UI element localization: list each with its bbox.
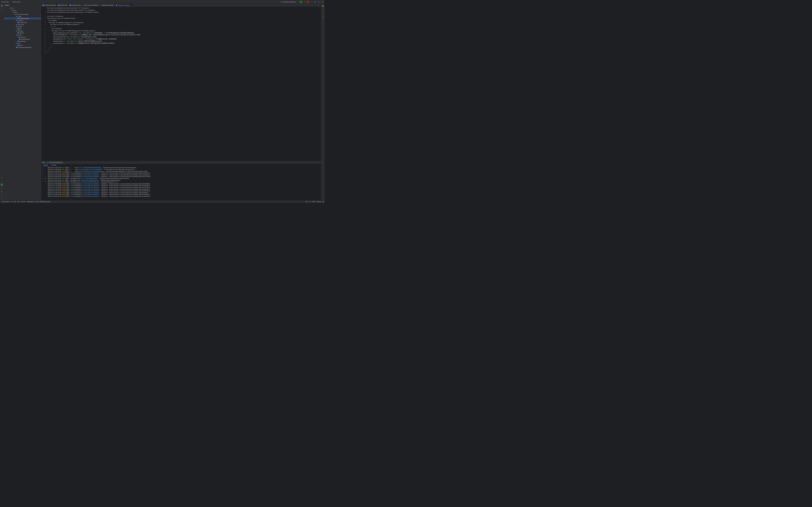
exit-icon[interactable]: ⤓	[42, 175, 44, 177]
editor-tab[interactable]: ⚙application.properties	[99, 4, 115, 7]
rerun-icon[interactable]: ↻	[42, 167, 44, 169]
run-config-tab[interactable]: SummerDemoApplication ×	[46, 161, 65, 164]
close-icon[interactable]: ×	[64, 162, 64, 163]
console-tab[interactable]: Console	[43, 164, 48, 166]
editor-tabs: CUserServiceImpl.javaCUserDao.javaCUserS…	[41, 4, 321, 7]
breadcrumbs[interactable]: summer-demo›src›main›java›summer›summerd…	[2, 201, 50, 202]
tree-item[interactable]: CUserServiceImpl	[4, 38, 41, 40]
run-tool-window: Run SummerDemoApplication × Console ⟳ Ac…	[41, 161, 321, 201]
print-icon[interactable]: 🖶	[44, 177, 47, 180]
run-toolbar: ↻↑ ⚙↓ ■ ⤓⇥ ⊞🖶 ⇪🗑	[41, 166, 47, 200]
stop-icon[interactable]: ■	[42, 172, 44, 175]
tree-item[interactable]: ▾🗀src	[4, 7, 41, 9]
search-icon[interactable]	[317, 0, 320, 3]
tree-item[interactable]: ▾⊞utils	[4, 42, 41, 44]
tree-item[interactable]: ▾⊞controller	[4, 19, 41, 21]
ai-icon[interactable]: ⊕	[322, 8, 324, 11]
svg-point-8	[1, 188, 2, 189]
tree-item[interactable]: CUserController	[4, 21, 41, 24]
down-icon[interactable]: ↓	[44, 170, 47, 172]
actuator-tab[interactable]: ⟳ Actuator	[50, 164, 57, 166]
project-selector[interactable]: summer-demo	[1, 1, 11, 3]
editor-tab[interactable]: CUserServiceImpl.java	[41, 4, 57, 7]
wrap-icon[interactable]: ⇥	[44, 175, 47, 177]
svg-point-3	[318, 1, 319, 2]
tree-item[interactable]: CUserDao	[4, 32, 41, 34]
todo-tool-icon[interactable]: T	[0, 180, 3, 183]
tree-item[interactable]: ▾⊞domain	[4, 26, 41, 28]
right-tool-rail: 🔔 ⊕ ⛁ m	[321, 4, 325, 201]
svg-point-0	[304, 1, 305, 2]
run-tool-icon[interactable]	[0, 183, 3, 186]
svg-point-5	[1, 177, 2, 178]
more-tools-icon[interactable]: ⋯	[0, 11, 3, 14]
stop-button[interactable]	[307, 0, 309, 3]
caret-position[interactable]: 25:1	[306, 201, 308, 202]
svg-point-4	[322, 2, 322, 2]
project-panel: Project⌄ ▾🗀src▾🗀main▾🗀java▾⊞summer.summe…	[4, 4, 41, 201]
gear-icon[interactable]: ⚙	[42, 170, 44, 172]
settings-icon[interactable]	[321, 0, 323, 3]
tree-item[interactable]: ▾⊞repository	[4, 30, 41, 32]
editor-tab[interactable]: CUserService.java	[68, 4, 82, 7]
tree-item[interactable]: ▾⊞config	[4, 15, 41, 17]
vcs-menu[interactable]: Version control	[12, 1, 22, 3]
gutter: 456789101112 13141516171819202122232425	[41, 7, 47, 161]
inspection-ok-icon[interactable]: ✓	[319, 7, 320, 9]
debug-button[interactable]	[303, 0, 306, 3]
git-tool-icon[interactable]	[0, 177, 3, 179]
more-icon[interactable]: ⋮	[319, 4, 320, 6]
build-tool-icon[interactable]: ▣	[0, 190, 3, 193]
encoding[interactable]: UTF-8	[312, 201, 315, 202]
titlebar: summer-demo Version control SummerDemoAp…	[0, 0, 325, 4]
svg-point-7	[2, 178, 3, 178]
layout-icon[interactable]: ⊞	[42, 177, 44, 180]
run-config-selector[interactable]: SummerDemoApplication	[280, 1, 299, 3]
tree-item[interactable]: ▾⊞summer.summerdemo	[4, 13, 41, 15]
up-icon[interactable]: ↑	[44, 167, 47, 169]
project-tool-icon[interactable]	[0, 4, 3, 7]
database-icon[interactable]: ⛁	[322, 12, 324, 14]
pin-icon[interactable]: ⇪	[42, 180, 44, 183]
run-button[interactable]	[300, 0, 302, 3]
tree-item[interactable]: CSummerDemoApplication	[4, 47, 41, 49]
vcs-tool-icon[interactable]: ⎇	[0, 197, 3, 200]
chevron-down-icon[interactable]: ⌄	[317, 4, 318, 6]
trash-icon[interactable]: 🗑	[44, 180, 47, 183]
tree-item[interactable]: ▾🗀main	[4, 9, 41, 11]
editor-tab[interactable]: mpom.xml (summer-demo)	[82, 4, 99, 7]
project-panel-header[interactable]: Project⌄	[4, 4, 41, 7]
readonly-icon[interactable]: 🔒	[322, 201, 324, 202]
svg-point-6	[1, 178, 2, 179]
code-lines[interactable]: "kw">import org.springframework.context.…	[47, 7, 321, 161]
run-title: Run	[43, 162, 45, 163]
tree-item[interactable]: ▾⊞service	[4, 34, 41, 36]
debug-tool-icon[interactable]	[0, 187, 3, 189]
code-with-me-icon[interactable]	[314, 0, 316, 3]
problems-tool-icon[interactable]: ⊘	[0, 194, 3, 196]
tree-item[interactable]: ▾⊞serviceImpl	[4, 36, 41, 38]
tree-item[interactable]: ▸⊞demos.web	[4, 24, 41, 26]
statusbar: ▫ summer-demo›src›main›java›summer›summe…	[0, 201, 325, 203]
left-tool-rail: ⊞ ⋯ T ▣ ⊘ ⎇	[0, 4, 4, 201]
more-icon[interactable]: ⋮	[310, 0, 313, 3]
tree-item[interactable]: CResult	[4, 44, 41, 47]
maven-icon[interactable]: m	[322, 16, 324, 18]
console-output[interactable]: 2023-12-07 14:25:26.475 INFO 38637 --- […	[47, 166, 321, 200]
tree-item[interactable]: ▾🗀java	[4, 11, 41, 13]
line-separator[interactable]: LF	[309, 201, 311, 202]
tree-item[interactable]: CUserService	[4, 40, 41, 42]
svg-point-2	[315, 2, 316, 2]
svg-point-1	[315, 1, 315, 2]
indent[interactable]: 4 spaces	[317, 201, 321, 202]
editor-tab[interactable]: CGlobalCorsConfig.java×	[115, 4, 133, 7]
notifications-icon[interactable]: 🔔	[322, 4, 324, 7]
tree-item[interactable]: CGlobalCorsConfig	[4, 17, 41, 19]
editor-tab[interactable]: CUserDao.java	[57, 4, 68, 7]
structure-tool-icon[interactable]: ⊞	[0, 8, 3, 10]
code-editor[interactable]: 456789101112 13141516171819202122232425 …	[41, 7, 321, 161]
project-tree[interactable]: ▾🗀src▾🗀main▾🗀java▾⊞summer.summerdemo▾⊞co…	[4, 7, 41, 201]
tree-item[interactable]: CUser	[4, 28, 41, 30]
